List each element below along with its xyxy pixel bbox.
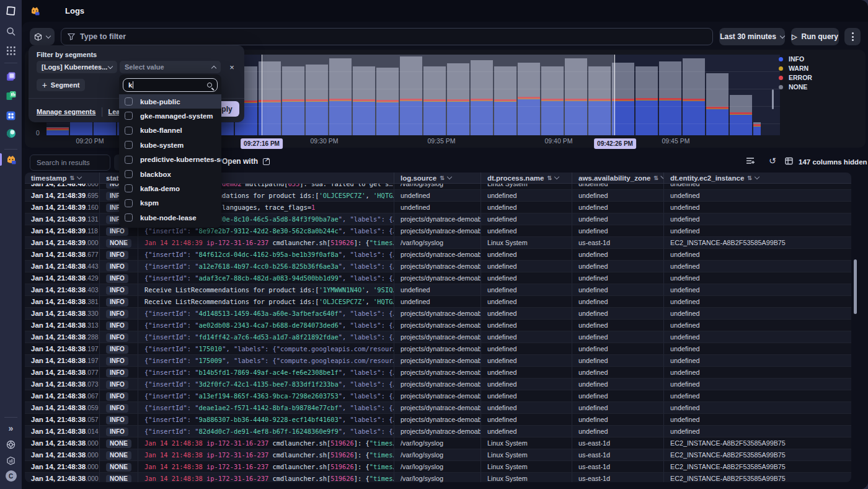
close-icon[interactable]: × bbox=[224, 61, 239, 73]
table-row[interactable]: Jan 14, 21:48:38.443INFO{"insertId": "a1… bbox=[25, 261, 851, 272]
legend-item-warn[interactable]: WARN bbox=[779, 65, 808, 72]
more-options-button[interactable] bbox=[844, 28, 861, 45]
column-header-dt.entity.ec2_instance[interactable]: dt.entity.ec2_instance⇅ bbox=[663, 173, 851, 183]
table-row[interactable]: Jan 14, 21:48:38.288INFO{"insertId": "fd… bbox=[25, 331, 851, 343]
dropdown-option[interactable]: kube-node-lease bbox=[119, 210, 221, 225]
sidebar-item-app-logs[interactable] bbox=[0, 152, 22, 167]
sort-icon[interactable]: ⇅ bbox=[747, 175, 752, 181]
checkbox[interactable] bbox=[125, 213, 133, 222]
checkbox[interactable] bbox=[125, 199, 133, 207]
history-icon[interactable]: ↺ bbox=[769, 156, 776, 166]
checkbox[interactable] bbox=[125, 127, 133, 135]
time-selection-overlay[interactable] bbox=[262, 55, 615, 135]
dropdown-option[interactable]: gke-managed-system bbox=[119, 109, 221, 123]
user-avatar[interactable]: C bbox=[0, 469, 22, 483]
legend-item-info[interactable]: INFO bbox=[779, 55, 804, 63]
sidebar-item-apps-grid[interactable] bbox=[0, 43, 22, 58]
cell-content: {"insertId": "b14b5fd1-7869-49af-ac4e-fe… bbox=[138, 367, 394, 378]
segment-filter-button[interactable] bbox=[30, 28, 55, 45]
cell-timestamp: Jan 14, 21:48:38.000 bbox=[25, 461, 99, 472]
histogram-bar[interactable] bbox=[730, 95, 752, 135]
checkbox[interactable] bbox=[125, 112, 133, 120]
table-scrollbar[interactable] bbox=[854, 259, 857, 314]
sort-icon[interactable]: ⇅ bbox=[70, 175, 75, 181]
column-header-dt.process.name[interactable]: dt.process.name⇅ bbox=[480, 173, 572, 183]
checkbox[interactable] bbox=[125, 97, 133, 105]
sidebar-item-app-dashboards[interactable] bbox=[0, 108, 22, 123]
checkbox[interactable] bbox=[125, 184, 133, 192]
legend-item-error[interactable]: ERROR bbox=[779, 74, 812, 81]
table-row[interactable]: Jan 14, 21:48:38.077INFO{"insertId": "b1… bbox=[25, 367, 851, 379]
table-row[interactable]: Jan 14, 21:48:38.197INFO{"insertId": "17… bbox=[25, 343, 851, 355]
sidebar-item-app-charts[interactable] bbox=[0, 88, 22, 103]
table-row[interactable]: Jan 14, 21:48:38.000NONEJan 14 21:48:38 … bbox=[25, 437, 851, 449]
table-row[interactable]: Jan 14, 21:48:39.000NONEJan 14 21:48:39 … bbox=[25, 237, 851, 249]
run-query-button[interactable]: ▷Run query bbox=[791, 28, 839, 45]
table-row[interactable]: Jan 14, 21:48:38.000NONEJan 14 21:48:38 … bbox=[25, 473, 851, 482]
search-in-results-input[interactable]: Search in results bbox=[30, 155, 110, 171]
table-row[interactable]: Jan 14, 21:48:38.403INFOReceive ListReco… bbox=[25, 284, 851, 296]
table-row[interactable]: Jan 14, 21:48:38.330INFO{"insertId": "4d… bbox=[25, 308, 851, 320]
chevron-down-icon[interactable] bbox=[660, 175, 663, 179]
columns-hidden-label[interactable]: 147 columns hidden bbox=[799, 158, 867, 166]
format-icon[interactable] bbox=[746, 156, 755, 168]
chevron-down-icon[interactable] bbox=[446, 174, 451, 179]
table-row[interactable]: Jan 14, 21:48:38.073INFO{"insertId": "3d… bbox=[25, 379, 851, 390]
legend-item-none[interactable]: NONE bbox=[779, 83, 807, 91]
histogram-bar[interactable] bbox=[753, 122, 761, 135]
table-row[interactable]: Jan 14, 21:48:38.000NONEJan 14 21:48:38 … bbox=[25, 449, 851, 461]
query-filter-input[interactable]: Type to filter bbox=[61, 28, 713, 45]
dropdown-option[interactable]: kube-system bbox=[119, 138, 221, 152]
dropdown-option[interactable]: kube-public bbox=[119, 94, 221, 109]
sidebar-item-dynatrace-logo[interactable] bbox=[0, 3, 22, 18]
table-row[interactable]: Jan 14, 21:48:38.067INFO{"insertId": "a1… bbox=[25, 390, 851, 402]
histogram-bar[interactable] bbox=[612, 63, 634, 135]
histogram-bar[interactable] bbox=[706, 73, 728, 135]
table-row[interactable]: Jan 14, 21:48:38.677INFO{"insertId": "84… bbox=[25, 249, 851, 261]
sort-icon[interactable]: ⇅ bbox=[440, 175, 445, 181]
table-row[interactable]: Jan 14, 21:48:38.000NONEJan 14 21:48:38 … bbox=[25, 461, 851, 473]
sidebar-item-support[interactable] bbox=[0, 437, 22, 452]
chevron-down-icon[interactable] bbox=[755, 174, 760, 179]
column-header-timestamp[interactable]: timestamp⇅ bbox=[25, 173, 99, 183]
histogram-bar[interactable] bbox=[636, 66, 658, 135]
sort-icon[interactable]: ⇅ bbox=[547, 175, 552, 181]
checkbox[interactable] bbox=[125, 141, 133, 149]
table-row[interactable]: Jan 14, 21:48:38.059INFO{"insertId": "de… bbox=[25, 402, 851, 414]
histogram-bar[interactable] bbox=[46, 127, 69, 135]
sidebar-item-app-kubernetes[interactable] bbox=[0, 69, 22, 84]
table-row[interactable]: Jan 14, 21:48:38.429INFO{"insertId": "ad… bbox=[25, 272, 851, 284]
cell-content: {"insertId": "3d2f0fc7-42c1-4135-bee7-83… bbox=[138, 379, 394, 390]
table-row[interactable]: Jan 14, 21:48:38.313INFO{"insertId": "ae… bbox=[25, 320, 851, 331]
sort-icon[interactable]: ⇅ bbox=[653, 175, 658, 181]
dropdown-option[interactable]: kafka-demo bbox=[119, 181, 221, 195]
dropdown-option[interactable]: blackbox bbox=[119, 167, 221, 181]
checkbox[interactable] bbox=[125, 156, 133, 164]
time-range-button[interactable]: Last 30 minutes bbox=[719, 28, 785, 45]
sidebar-item-app-globe[interactable] bbox=[0, 126, 22, 141]
value-select-button[interactable]: Select value bbox=[120, 61, 221, 73]
chevron-down-icon[interactable] bbox=[77, 174, 82, 179]
table-row[interactable]: Jan 14, 21:48:38.381INFOReceive ListReco… bbox=[25, 296, 851, 308]
sidebar-item-feedback[interactable] bbox=[0, 453, 22, 468]
sidebar-item-search[interactable] bbox=[0, 24, 22, 38]
checkbox[interactable] bbox=[125, 170, 133, 178]
table-row[interactable]: Jan 14, 21:48:38.197INFO{"insertId": "17… bbox=[25, 355, 851, 367]
columns-icon[interactable] bbox=[785, 156, 793, 168]
column-header-aws.availability_zone[interactable]: aws.availability_zone⇅ bbox=[572, 173, 663, 183]
column-header-log.source[interactable]: log.source⇅ bbox=[394, 173, 480, 183]
histogram-bar[interactable] bbox=[659, 61, 681, 135]
dropdown-search-input[interactable]: k bbox=[123, 78, 218, 92]
dropdown-option[interactable]: kube-flannel bbox=[119, 123, 221, 138]
table-row[interactable]: Jan 14, 21:48:38.057INFO{"insertId": "9a… bbox=[25, 414, 851, 426]
segment-select-button[interactable]: [Logs] Kubernetes... bbox=[37, 61, 117, 73]
sidebar-item-expand[interactable]: » bbox=[0, 421, 22, 436]
dropdown-option[interactable]: predictive-kubernetes-sc... bbox=[119, 153, 221, 167]
dropdown-option[interactable]: kspm bbox=[119, 196, 221, 210]
chevron-down-icon[interactable] bbox=[554, 174, 559, 179]
manage-segments-link[interactable]: Manage segments bbox=[37, 108, 95, 115]
open-with-button[interactable]: Open with ↗ bbox=[222, 157, 270, 166]
table-row[interactable]: Jan 14, 21:48:38.014INFO{"insertId": "82… bbox=[25, 426, 851, 437]
add-segment-button[interactable]: +Segment bbox=[37, 79, 85, 91]
cell-process-name: undefined bbox=[480, 261, 572, 272]
